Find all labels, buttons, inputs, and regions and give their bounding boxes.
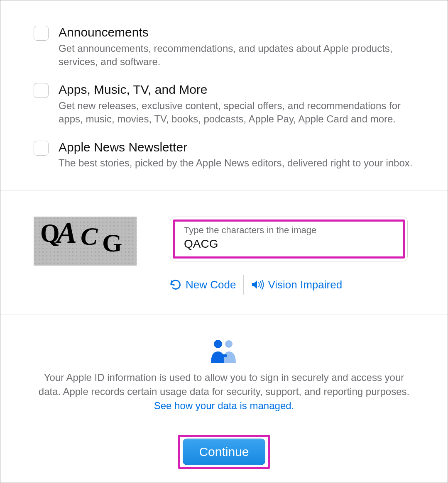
captcha-glyph: A <box>57 216 77 250</box>
preferences-section: Announcements Get announcements, recomme… <box>0 24 448 190</box>
privacy-handshake-icon <box>208 339 240 363</box>
captcha-glyph: C <box>81 222 98 251</box>
vision-impaired-label: Vision Impaired <box>268 278 342 291</box>
pref-title: Apple News Newsletter <box>59 139 414 155</box>
continue-button[interactable]: Continue <box>183 439 265 465</box>
reload-icon <box>170 279 181 290</box>
checkbox-apps-music[interactable] <box>34 83 49 98</box>
vision-impaired-button[interactable]: Vision Impaired <box>251 278 342 291</box>
captcha-input-label: Type the characters in the image <box>184 225 396 236</box>
svg-point-1 <box>225 340 233 348</box>
pref-content: Announcements Get announcements, recomme… <box>59 24 414 68</box>
new-code-button[interactable]: New Code <box>170 278 236 291</box>
captcha-input[interactable] <box>184 237 396 251</box>
pref-item-news: Apple News Newsletter The best stories, … <box>34 139 414 170</box>
pref-title: Apps, Music, TV, and More <box>59 82 414 98</box>
form-container: Announcements Get announcements, recomme… <box>0 0 448 483</box>
pref-desc: Get announcements, recommendations, and … <box>59 42 414 69</box>
speaker-icon <box>251 279 264 290</box>
privacy-link[interactable]: See how your data is managed. <box>154 400 294 411</box>
checkbox-announcements[interactable] <box>34 26 49 41</box>
captcha-input-wrap: Type the characters in the image <box>170 217 408 261</box>
captcha-actions: New Code Vision Impaired <box>170 275 408 295</box>
pref-title: Announcements <box>59 24 414 40</box>
captcha-section: Q A C G Type the characters in the image… <box>0 191 448 315</box>
pref-item-apps-music: Apps, Music, TV, and More Get new releas… <box>34 82 414 126</box>
privacy-text: Your Apple ID information is used to all… <box>35 371 413 412</box>
captcha-highlight: Type the characters in the image <box>173 220 405 259</box>
captcha-glyph: G <box>102 228 122 258</box>
continue-highlight: Continue <box>178 435 269 469</box>
svg-rect-2 <box>221 354 227 357</box>
pref-item-announcements: Announcements Get announcements, recomme… <box>34 24 414 68</box>
captcha-controls: Type the characters in the image New Cod… <box>170 217 408 295</box>
svg-point-0 <box>214 340 222 348</box>
pref-desc: The best stories, picked by the Apple Ne… <box>59 156 414 170</box>
captcha-image: Q A C G <box>34 217 137 266</box>
vertical-divider <box>243 275 244 295</box>
privacy-copy: Your Apple ID information is used to all… <box>39 372 409 397</box>
pref-desc: Get new releases, exclusive content, spe… <box>59 99 414 126</box>
pref-content: Apple News Newsletter The best stories, … <box>59 139 414 170</box>
checkbox-news[interactable] <box>34 141 49 156</box>
footer-section: Your Apple ID information is used to all… <box>0 315 448 469</box>
pref-content: Apps, Music, TV, and More Get new releas… <box>59 82 414 126</box>
new-code-label: New Code <box>186 278 236 291</box>
